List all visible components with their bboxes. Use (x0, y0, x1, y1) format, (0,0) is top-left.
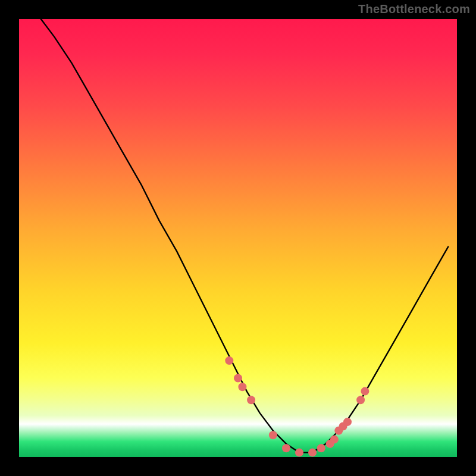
data-dot (343, 418, 352, 426)
data-dot (317, 444, 325, 452)
data-dot (308, 449, 317, 457)
data-dot (282, 444, 290, 452)
data-dot (330, 436, 339, 444)
data-dot (361, 387, 369, 396)
data-dot (225, 356, 233, 365)
bottleneck-chart (0, 0, 476, 476)
data-dot (234, 374, 242, 383)
data-dot (295, 449, 303, 457)
chart-stage: { "watermark": "TheBottleneck.com", "col… (0, 0, 476, 476)
data-dot (356, 396, 365, 404)
data-dot (238, 383, 246, 391)
data-dot (269, 431, 277, 439)
data-dot (247, 396, 255, 404)
